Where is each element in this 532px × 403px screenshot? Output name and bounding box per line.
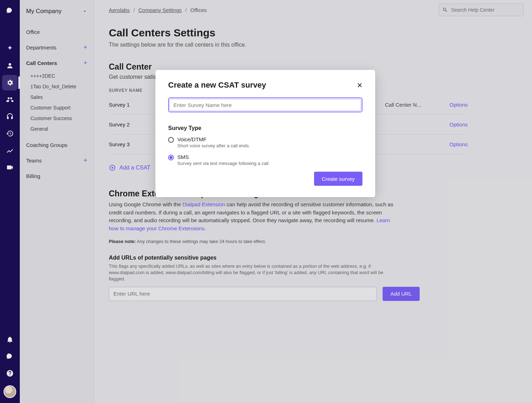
modal-overlay[interactable] (0, 0, 532, 403)
radio-icon (168, 155, 174, 160)
modal-title: Create a new CSAT survey (168, 81, 266, 90)
radio-title: Voice/DTMF (177, 136, 250, 142)
radio-icon (168, 137, 174, 143)
survey-name-input[interactable] (170, 99, 361, 111)
survey-name-input-wrap (168, 97, 362, 112)
radio-title: SMS (177, 154, 270, 160)
radio-desc: Short voice survey after a call ends. (177, 143, 250, 148)
radio-voice[interactable]: Voice/DTMF Short voice survey after a ca… (168, 136, 362, 148)
create-survey-button[interactable]: Create survey (314, 172, 362, 186)
close-icon[interactable]: × (357, 81, 362, 90)
survey-type-label: Survey Type (168, 125, 362, 131)
radio-sms[interactable]: SMS Survey sent via text message followi… (168, 154, 362, 166)
create-csat-modal: Create a new CSAT survey × Survey Type V… (155, 70, 375, 197)
radio-desc: Survey sent via text message following a… (177, 161, 270, 166)
